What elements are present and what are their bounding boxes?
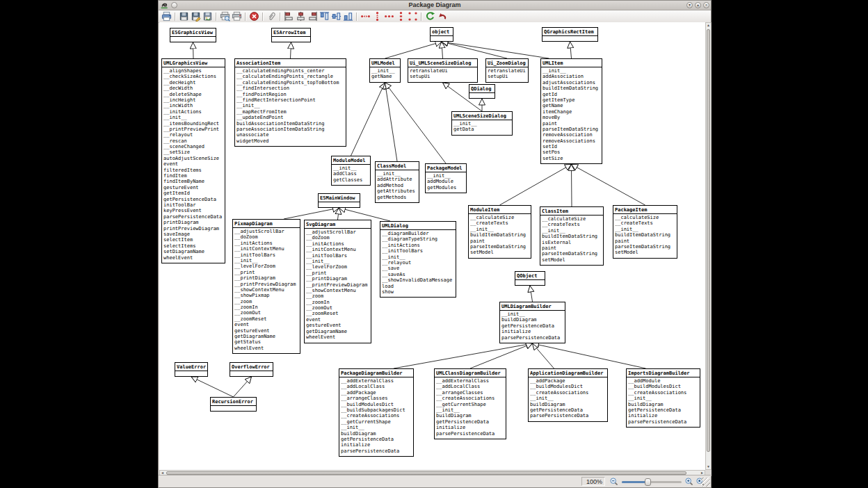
uml-class-PackageItem[interactable]: PackageItem__calculateSize__createTexts_… (613, 205, 677, 259)
method-entry: __levelForZoom (306, 264, 369, 270)
uml-class-RecursionError[interactable]: RecursionError (210, 397, 257, 412)
relayout-refresh-button[interactable] (424, 11, 436, 22)
method-entry: event (306, 317, 369, 323)
resize-grip[interactable] (701, 478, 710, 487)
status-bar: 100% (159, 475, 711, 487)
method-entry: setDiagramName (163, 249, 223, 254)
method-entry: __buildModulesDict (341, 402, 412, 407)
save-as-button[interactable] (190, 11, 202, 22)
align-left-button[interactable] (283, 11, 295, 22)
uml-class-SvgDiagram[interactable]: SvgDiagram__adjustScrollBar__doZoom__ini… (304, 220, 371, 343)
uml-class-E5MainWindow[interactable]: E5MainWindow (318, 193, 360, 208)
space-h-button[interactable] (360, 11, 371, 22)
uml-class-ValueError[interactable]: ValueError (175, 362, 208, 377)
class-name: UMLModel (370, 59, 400, 67)
uml-class-UMLItem[interactable]: UMLItem__init__addAssociationadjustAssoc… (540, 58, 602, 164)
method-entry: retranslateUi (410, 68, 476, 74)
method-entry: autoAdjustSceneSize (163, 156, 223, 161)
uml-class-UMLClassDiagramBuilder[interactable]: UMLClassDiagramBuilder__addExternalClass… (434, 368, 506, 439)
uml-class-QDialog[interactable]: QDialog (469, 84, 495, 99)
method-entry: parseItemDataString (542, 251, 602, 257)
class-methods: __init__addModulegetModules (426, 172, 466, 190)
align-right-button[interactable] (307, 11, 319, 22)
vertical-scrollbar[interactable]: ▲ ▼ (705, 22, 712, 470)
uml-class-UMLSceneSizeDialog[interactable]: UMLSceneSizeDialog__init__getData (451, 111, 513, 136)
uml-class-PackageDiagramBuilder[interactable]: PackageDiagramBuilder__addExternalClass_… (339, 368, 414, 457)
save-image-button[interactable] (202, 11, 214, 22)
uml-class-ApplicationDiagramBuilder[interactable]: ApplicationDiagramBuilder__addPackage__b… (528, 368, 608, 422)
zoom-slider-fill (622, 481, 648, 483)
uml-class-ModuleItem[interactable]: ModuleItem__calculateSize__createTexts__… (468, 205, 531, 259)
space-equal-v-button[interactable] (395, 11, 407, 22)
uml-class-QObject[interactable]: QObject (515, 271, 545, 286)
method-entry: addAttribute (377, 177, 417, 182)
method-entry: __printPreviewPrint (163, 127, 223, 132)
scroll-down-icon[interactable]: ▼ (706, 464, 711, 469)
scroll-up-icon[interactable]: ▲ (706, 23, 711, 28)
attach-button[interactable] (266, 11, 278, 22)
method-entry: __showPixmap (234, 293, 298, 298)
uml-class-Ui_UMLSceneSizeDialog[interactable]: Ui_UMLSceneSizeDialogretranslateUisetupU… (408, 58, 478, 83)
method-entry: parsePersistenceData (530, 413, 606, 418)
method-entry: buildItemDataString (470, 232, 529, 238)
uml-class-ClassItem[interactable]: ClassItem__calculateSize__createTexts__i… (540, 206, 604, 266)
space-all-button[interactable] (407, 11, 419, 22)
uml-class-Ui_ZoomDialog[interactable]: Ui_ZoomDialogretranslateUisetupUi (485, 58, 529, 83)
method-entry: initialize (501, 329, 563, 334)
method-entry: setPos (542, 149, 600, 155)
zoom-in-button[interactable] (684, 477, 694, 487)
uml-class-UMLDialog[interactable]: UMLDialog__diagramBuilder__diagramTypeSt… (380, 221, 456, 298)
uml-class-PixmapDiagram[interactable]: PixmapDiagram__adjustScrollBar__doZoom__… (232, 219, 300, 354)
uml-class-PackageModel[interactable]: PackageModel__init__addModulegetModules (425, 163, 467, 193)
uml-class-ImportsDiagramBuilder[interactable]: ImportsDiagramBuilder__addModule__buildM… (626, 368, 700, 428)
align-center-h-button[interactable] (295, 11, 307, 22)
method-entry: gestureEvent (163, 185, 223, 190)
uml-class-UMLModel[interactable]: UMLModel__init__getName (369, 58, 401, 83)
window-shade-button[interactable]: ▾ (686, 2, 693, 8)
method-entry: getModules (427, 185, 465, 190)
method-entry: parsePersistenceData (341, 448, 412, 454)
uml-class-UMLDiagramBuilder[interactable]: UMLDiagramBuilder__init__buildDiagramget… (499, 302, 565, 343)
undo-button[interactable] (436, 11, 448, 22)
print-preview-button[interactable] (219, 11, 231, 22)
print-button[interactable] (161, 11, 172, 22)
vertical-scroll-thumb[interactable] (707, 29, 710, 452)
window-maximize-button[interactable]: ▴ (695, 2, 701, 8)
uml-class-UMLGraphicsView[interactable]: UMLGraphicsView__alignShapes__checkSizeA… (161, 58, 225, 263)
diagram-canvas[interactable]: E5GraphicsViewE5ArrowItemobjectQGraphics… (159, 22, 705, 470)
zoom-out-button[interactable] (609, 477, 619, 487)
attach-icon (266, 11, 277, 22)
method-entry: event (234, 322, 298, 327)
uml-class-E5GraphicsView[interactable]: E5GraphicsView (170, 28, 216, 42)
uml-class-object[interactable]: object (430, 27, 453, 42)
window-menu-button[interactable] (171, 2, 177, 8)
align-center-v-button[interactable] (330, 11, 342, 22)
align-bottom-button[interactable] (342, 11, 354, 22)
zoom-slider-thumb[interactable] (645, 478, 651, 486)
align-top-button[interactable] (319, 11, 330, 22)
zoom-slider[interactable] (622, 478, 682, 486)
uml-class-OverflowError[interactable]: OverflowError (230, 362, 273, 377)
eric-app-icon[interactable] (160, 1, 169, 9)
method-entry: buildAssociationItemDataString (236, 121, 344, 127)
window-close-button[interactable]: × (703, 2, 709, 8)
class-methods (272, 37, 310, 38)
method-entry: __printPreviewDiagram (234, 282, 298, 287)
uml-class-AssociationItem[interactable]: AssociationItem__calculateEndingPoints_c… (234, 58, 346, 147)
close-button[interactable] (248, 11, 260, 22)
uml-class-QGraphicsRectItem[interactable]: QGraphicsRectItem (542, 27, 598, 42)
method-entry: setupUi (488, 74, 527, 79)
space-v-button[interactable] (371, 11, 383, 22)
toolbar-separator (216, 13, 217, 21)
space-equal-h-button[interactable] (383, 11, 395, 22)
class-methods: retranslateUisetupUi (486, 67, 528, 80)
title-bar[interactable]: Package Diagram ▾▴× (159, 1, 711, 10)
uml-class-ClassModel[interactable]: ClassModel__init__addAttributeaddMethodg… (375, 161, 419, 203)
method-entry: __adjustScrollBar (234, 229, 298, 234)
method-entry: __diagramTypeString (382, 236, 454, 242)
uml-class-E5ArrowItem[interactable]: E5ArrowItem (271, 28, 311, 42)
uml-class-ModuleModel[interactable]: ModuleModel__init__addClassgetClasses (331, 156, 371, 186)
class-name: Ui_ZoomDialog (486, 59, 528, 67)
save-button[interactable] (178, 11, 190, 22)
print-diagram-button[interactable] (231, 11, 243, 22)
